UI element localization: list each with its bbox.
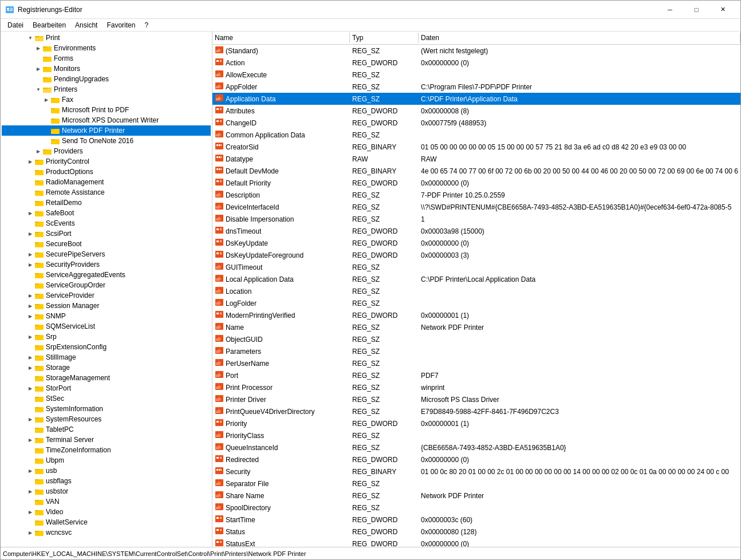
expand-icon[interactable]: ▶: [26, 157, 35, 166]
table-row[interactable]: StatusExtREG_DWORD0x00000000 (0): [212, 538, 740, 547]
tree-item[interactable]: WalletService: [2, 517, 211, 527]
table-row[interactable]: abDisable ImpersonationREG_SZ1: [212, 213, 740, 225]
tree-item[interactable]: Microsoft XPS Document Writer: [2, 115, 211, 125]
tree-item[interactable]: Forms: [2, 53, 211, 64]
table-row[interactable]: abDeviceInterfaceIdREG_SZ\\?\SWD#PRINTEN…: [212, 201, 740, 213]
table-row[interactable]: abPerUserNameREG_SZ: [212, 357, 740, 369]
expand-icon[interactable]: ▶: [34, 44, 43, 53]
tree-item[interactable]: TabletPC: [2, 424, 211, 435]
tree-item[interactable]: Network PDF Printer: [2, 125, 211, 136]
table-row[interactable]: dnsTimeoutREG_DWORD0x00003a98 (15000): [212, 225, 740, 237]
table-row[interactable]: abApplication DataREG_SZC:\PDF Printer\A…: [212, 93, 740, 105]
table-row[interactable]: AttributesREG_DWORD0x00000008 (8): [212, 105, 740, 117]
expand-icon[interactable]: ▼: [26, 33, 35, 42]
tree-item[interactable]: ProductOptions: [2, 167, 211, 177]
expand-icon[interactable]: ▶: [26, 311, 35, 321]
expand-icon[interactable]: ▶: [26, 229, 35, 238]
expand-icon[interactable]: ▶: [26, 466, 35, 475]
menu-datei[interactable]: Datei: [3, 20, 28, 30]
table-row[interactable]: ChangeIDREG_DWORD0x000775f9 (488953): [212, 117, 740, 129]
expand-icon[interactable]: ▶: [34, 147, 43, 156]
table-row[interactable]: abDescriptionREG_SZ7-PDF Printer 10.25.0…: [212, 189, 740, 201]
tree-item[interactable]: ▶ScsiPort: [2, 228, 211, 239]
tree-item[interactable]: ▶PriorityControl: [2, 156, 211, 167]
tree-item[interactable]: ServiceAggregatedEvents: [2, 270, 211, 280]
table-row[interactable]: abAllowExecuteREG_SZ: [212, 69, 740, 81]
expand-icon[interactable]: ▶: [26, 507, 35, 516]
expand-icon[interactable]: ▶: [26, 363, 35, 372]
expand-icon[interactable]: ▶: [26, 250, 35, 259]
table-row[interactable]: DsKeyUpdateForegroundREG_DWORD0x00000003…: [212, 249, 740, 261]
table-row[interactable]: abSeparator FileREG_SZ: [212, 478, 740, 490]
table-row[interactable]: abNameREG_SZNetwork PDF Printer: [212, 321, 740, 333]
table-row[interactable]: StatusREG_DWORD0x00000080 (128): [212, 526, 740, 538]
maximize-button[interactable]: □: [683, 1, 710, 19]
tree-item[interactable]: ▶usbstor: [2, 486, 211, 496]
expand-icon[interactable]: ▼: [34, 85, 43, 94]
expand-icon[interactable]: ▶: [26, 415, 35, 424]
table-row[interactable]: abPortREG_SZPDF7: [212, 369, 740, 381]
tree-item[interactable]: ▶Monitors: [2, 64, 211, 74]
tree-item[interactable]: Ubpm: [2, 455, 211, 466]
tree-item[interactable]: Microsoft Print to PDF: [2, 105, 211, 115]
tree-item[interactable]: ScEvents: [2, 218, 211, 228]
tree-item[interactable]: TimeZoneInformation: [2, 445, 211, 455]
table-row[interactable]: abLogFolderREG_SZ: [212, 297, 740, 309]
expand-icon[interactable]: ▶: [26, 332, 35, 341]
tree-item[interactable]: ▶SecurePipeServers: [2, 249, 211, 259]
tree-item[interactable]: ▶Terminal Server: [2, 435, 211, 445]
table-row[interactable]: DsKeyUpdateREG_DWORD0x00000000 (0): [212, 237, 740, 249]
table-row[interactable]: ab(Standard)REG_SZ(Wert nicht festgelegt…: [212, 45, 740, 57]
tree-item[interactable]: ▶wcncsvc: [2, 527, 211, 538]
menu-ansicht[interactable]: Ansicht: [70, 20, 102, 30]
table-row[interactable]: PriorityREG_DWORD0x00000001 (1): [212, 417, 740, 429]
table-row[interactable]: abAppFolderREG_SZC:\Program Files\7-PDF\…: [212, 81, 740, 93]
menu-help[interactable]: ?: [140, 20, 153, 30]
expand-icon[interactable]: ▶: [26, 291, 35, 300]
expand-icon[interactable]: ▶: [26, 435, 35, 444]
table-row[interactable]: abQueueInstanceIdREG_SZ{CBE6658A-7493-48…: [212, 441, 740, 453]
tree-item[interactable]: StSec: [2, 393, 211, 404]
table-row[interactable]: abParametersREG_SZ: [212, 345, 740, 357]
tree-item[interactable]: ▼Printers: [2, 84, 211, 94]
tree-item[interactable]: RetailDemo: [2, 198, 211, 208]
tree-item[interactable]: Send To OneNote 2016: [2, 136, 211, 146]
table-row[interactable]: abObjectGUIDREG_SZ: [212, 333, 740, 345]
table-row[interactable]: SecurityREG_BINARY01 00 0c 80 20 01 00 0…: [212, 466, 740, 478]
table-row[interactable]: StartTimeREG_DWORD0x0000003c (60): [212, 514, 740, 526]
tree-item[interactable]: ▶Storage: [2, 362, 211, 373]
tree-item[interactable]: ▶Fax: [2, 94, 211, 105]
tree-item[interactable]: ServiceGroupOrder: [2, 280, 211, 290]
tree-item[interactable]: ▶SafeBoot: [2, 208, 211, 218]
expand-icon[interactable]: ▶: [42, 95, 51, 104]
tree-item[interactable]: Remote Assistance: [2, 187, 211, 198]
table-row[interactable]: abShare NameREG_SZNetwork PDF Printer: [212, 490, 740, 502]
tree-item[interactable]: SecureBoot: [2, 239, 211, 249]
expand-icon[interactable]: ▶: [26, 208, 35, 218]
table-row[interactable]: abPrinter DriverREG_SZMicrosoft PS Class…: [212, 393, 740, 405]
menu-bearbeiten[interactable]: Bearbeiten: [28, 20, 70, 30]
tree-item[interactable]: PendingUpgrades: [2, 74, 211, 84]
tree-item[interactable]: ▶usb: [2, 466, 211, 476]
tree-item[interactable]: ▶SNMP: [2, 311, 211, 321]
expand-icon[interactable]: ▶: [26, 301, 35, 310]
table-row[interactable]: abPrintQueueV4DriverDirectoryREG_SZE79D8…: [212, 405, 740, 417]
expand-icon[interactable]: ▶: [26, 528, 35, 537]
tree-item[interactable]: ▶Providers: [2, 146, 211, 156]
table-row[interactable]: abLocationREG_SZ: [212, 285, 740, 297]
table-row[interactable]: RedirectedREG_DWORD0x00000000 (0): [212, 453, 740, 466]
tree-item[interactable]: ▶Video: [2, 507, 211, 517]
table-row[interactable]: abGUITimeoutREG_SZ: [212, 261, 740, 273]
tree-item[interactable]: ▶Environments: [2, 43, 211, 53]
expand-icon[interactable]: ▶: [26, 384, 35, 393]
close-button[interactable]: ✕: [710, 1, 736, 19]
table-row[interactable]: Default DevModeREG_BINARY4e 00 65 74 00 …: [212, 165, 740, 177]
tree-container[interactable]: ▼Print▶EnvironmentsForms▶MonitorsPending…: [1, 31, 212, 547]
table-row[interactable]: DatatypeRAWRAW: [212, 153, 740, 165]
tree-item[interactable]: ▶SystemResources: [2, 414, 211, 424]
tree-item[interactable]: SQMServiceList: [2, 321, 211, 332]
detail-body[interactable]: ab(Standard)REG_SZ(Wert nicht festgelegt…: [212, 45, 740, 547]
table-row[interactable]: abLocal Application DataREG_SZC:\PDF Pri…: [212, 273, 740, 285]
tree-item[interactable]: StorageManagement: [2, 373, 211, 383]
tree-item[interactable]: SystemInformation: [2, 404, 211, 414]
